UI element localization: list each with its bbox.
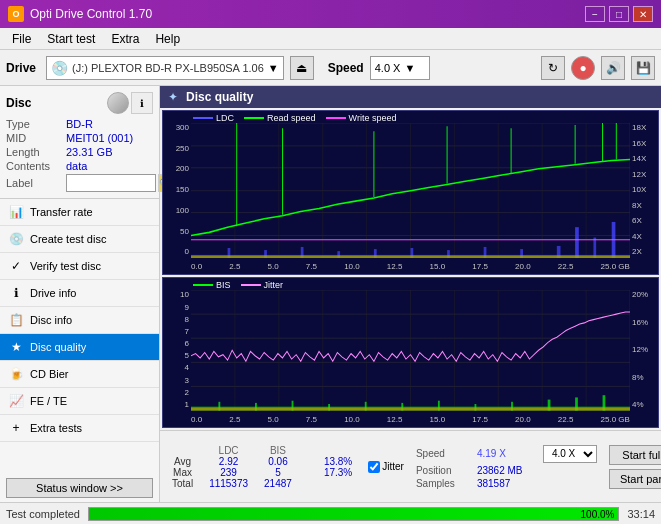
menu-start-test[interactable]: Start test [39, 30, 103, 48]
mid-label: MID [6, 132, 66, 144]
verify-disc-label: Verify test disc [30, 260, 101, 272]
sidebar-item-extra-tests[interactable]: + Extra tests [0, 415, 159, 442]
drive-select-value: (J:) PLEXTOR BD-R PX-LB950SA 1.06 [72, 62, 264, 74]
samples-label: Samples [416, 478, 471, 489]
speed-label: Speed [328, 61, 364, 75]
extra-tests-label: Extra tests [30, 422, 82, 434]
status-window-button[interactable]: Status window >> [6, 478, 153, 498]
samples-value: 381587 [477, 478, 537, 489]
sidebar-item-transfer-rate[interactable]: 📊 Transfer rate [0, 199, 159, 226]
top-chart: LDC Read speed Write speed 300 250 200 [162, 110, 659, 275]
bis-legend: BIS [193, 280, 231, 290]
info-icon[interactable]: ℹ [131, 92, 153, 114]
stats-table: LDC BIS Avg 2.92 0.06 13.8% [164, 445, 360, 489]
maximize-button[interactable]: □ [609, 6, 629, 22]
col-bis-header: BIS [256, 445, 300, 456]
length-value: 23.31 GB [66, 146, 112, 158]
start-full-button[interactable]: Start full [609, 445, 661, 465]
close-button[interactable]: ✕ [633, 6, 653, 22]
chart-header: ✦ Disc quality [160, 86, 661, 108]
samples-row: Samples 381587 [416, 478, 597, 489]
cd-bier-icon: 🍺 [8, 366, 24, 382]
length-label: Length [6, 146, 66, 158]
sidebar-item-cd-bier[interactable]: 🍺 CD Bier [0, 361, 159, 388]
cd-bier-label: CD Bier [30, 368, 69, 380]
disc-info-panel: Disc ℹ Type BD-R MID MEIT01 (001) Length… [0, 86, 159, 199]
menu-bar: File Start test Extra Help [0, 28, 661, 50]
drive-info-label: Drive info [30, 287, 76, 299]
top-chart-y-axis-left: 300 250 200 150 100 50 0 [163, 123, 191, 256]
position-label: Position [416, 465, 471, 476]
menu-extra[interactable]: Extra [103, 30, 147, 48]
position-row: Position 23862 MB [416, 465, 597, 476]
sidebar-item-fe-te[interactable]: 📈 FE / TE [0, 388, 159, 415]
drive-label: Drive [6, 61, 36, 75]
top-chart-x-axis: 0.0 2.5 5.0 7.5 10.0 12.5 15.0 17.5 20.0… [191, 258, 630, 274]
sidebar-item-disc-quality[interactable]: ★ Disc quality [0, 334, 159, 361]
toolbar-btn-2[interactable]: ● [571, 56, 595, 80]
sidebar-item-disc-info[interactable]: 📋 Disc info [0, 307, 159, 334]
drive-select[interactable]: 💿 (J:) PLEXTOR BD-R PX-LB950SA 1.06 ▼ [46, 56, 284, 80]
top-chart-legend: LDC Read speed Write speed [193, 113, 396, 123]
start-buttons: Start full Start part [609, 445, 661, 489]
toolbar: Drive 💿 (J:) PLEXTOR BD-R PX-LB950SA 1.0… [0, 50, 661, 86]
app-icon: O [8, 6, 24, 22]
write-speed-legend: Write speed [326, 113, 397, 123]
mid-value: MEIT01 (001) [66, 132, 133, 144]
create-disc-icon: 💿 [8, 231, 24, 247]
table-row: Avg 2.92 0.06 13.8% [164, 456, 360, 467]
progress-text: 100.0% [581, 508, 615, 522]
svg-rect-28 [575, 227, 579, 258]
table-row: Total 1115373 21487 [164, 478, 360, 489]
bottom-chart: BIS Jitter 10 9 8 7 6 5 4 3 [162, 277, 659, 428]
time-text: 33:14 [627, 508, 655, 520]
jitter-checkbox[interactable] [368, 461, 380, 473]
toolbar-btn-4[interactable]: 💾 [631, 56, 655, 80]
menu-help[interactable]: Help [147, 30, 188, 48]
disc-info-label: Disc info [30, 314, 72, 326]
jitter-legend: Jitter [241, 280, 284, 290]
chart-header-icon: ✦ [168, 90, 178, 104]
type-value: BD-R [66, 118, 93, 130]
contents-label: Contents [6, 160, 66, 172]
verify-disc-icon: ✓ [8, 258, 24, 274]
sidebar-item-create-test-disc[interactable]: 💿 Create test disc [0, 226, 159, 253]
menu-file[interactable]: File [4, 30, 39, 48]
avg-jitter: 13.8% [316, 456, 360, 467]
extra-tests-icon: + [8, 420, 24, 436]
main-content: Disc ℹ Type BD-R MID MEIT01 (001) Length… [0, 86, 661, 502]
drive-info-icon: ℹ [8, 285, 24, 301]
sidebar-item-drive-info[interactable]: ℹ Drive info [0, 280, 159, 307]
bottom-chart-x-axis: 0.0 2.5 5.0 7.5 10.0 12.5 15.0 17.5 20.0… [191, 411, 630, 427]
disc-info-icon: 📋 [8, 312, 24, 328]
ldc-legend: LDC [193, 113, 234, 123]
type-label: Type [6, 118, 66, 130]
bottom-chart-y-axis-left: 10 9 8 7 6 5 4 3 2 1 [163, 290, 191, 409]
transfer-rate-icon: 📊 [8, 204, 24, 220]
stats-area: LDC BIS Avg 2.92 0.06 13.8% [160, 430, 661, 502]
toolbar-btn-1[interactable]: ↻ [541, 56, 565, 80]
bottom-chart-svg [191, 290, 630, 411]
minimize-button[interactable]: − [585, 6, 605, 22]
max-ldc: 239 [201, 467, 256, 478]
fe-te-label: FE / TE [30, 395, 67, 407]
right-stats: Speed 4.19 X 4.0 X 2.0 X 8.0 X Position … [416, 445, 597, 489]
total-bis: 21487 [256, 478, 300, 489]
sidebar: Disc ℹ Type BD-R MID MEIT01 (001) Length… [0, 86, 160, 502]
jitter-checkbox-label: Jitter [382, 461, 404, 472]
toolbar-btn-3[interactable]: 🔊 [601, 56, 625, 80]
eject-button[interactable]: ⏏ [290, 56, 314, 80]
speed-stat-label: Speed [416, 448, 471, 459]
total-ldc: 1115373 [201, 478, 256, 489]
svg-rect-30 [612, 222, 616, 258]
chart-title: Disc quality [186, 90, 253, 104]
create-disc-label: Create test disc [30, 233, 106, 245]
read-speed-legend: Read speed [244, 113, 316, 123]
speed-select[interactable]: 4.0 X ▼ [370, 56, 430, 80]
sidebar-item-verify-test-disc[interactable]: ✓ Verify test disc [0, 253, 159, 280]
label-input[interactable] [66, 174, 156, 192]
speed-dropdown[interactable]: 4.0 X 2.0 X 8.0 X [543, 445, 597, 463]
contents-value: data [66, 160, 87, 172]
start-part-button[interactable]: Start part [609, 469, 661, 489]
jitter-checkbox-area: Jitter [368, 461, 404, 473]
